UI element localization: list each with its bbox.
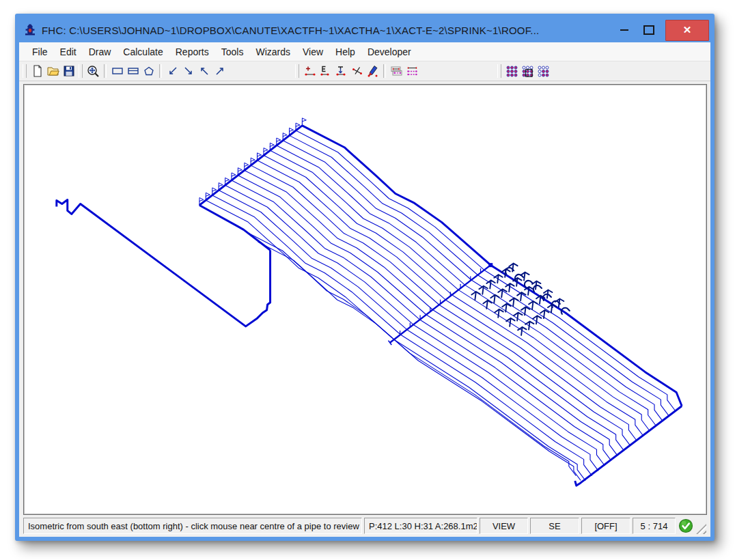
open-file-icon[interactable] (45, 64, 61, 79)
status-ratio: 5 : 714 (633, 518, 676, 534)
drop-node-icon[interactable] (333, 64, 349, 79)
menu-tools[interactable]: Tools (215, 44, 250, 60)
draw-polygon-icon[interactable] (141, 64, 156, 79)
close-button[interactable]: ✕ (665, 20, 709, 41)
toolbar-grip[interactable] (295, 64, 299, 78)
sprinkler-grid-all-icon[interactable] (504, 64, 520, 79)
break-pipe-icon[interactable] (349, 64, 365, 79)
resize-grip[interactable] (696, 524, 706, 534)
menu-bar: File Edit Draw Calculate Reports Tools W… (19, 42, 710, 61)
maximize-button[interactable] (637, 20, 661, 40)
copy-range-boxes-icon[interactable] (389, 64, 404, 79)
menu-file[interactable]: File (26, 44, 54, 60)
menu-developer[interactable]: Developer (361, 44, 417, 60)
status-bar: Isometric from south east (bottom right)… (19, 515, 710, 537)
new-document-icon[interactable] (29, 64, 45, 79)
toolbar-grip[interactable] (23, 64, 27, 78)
minimize-button[interactable] (612, 20, 637, 40)
arrow-south-west-icon[interactable] (165, 64, 180, 79)
status-message: Isometric from south east (bottom right)… (23, 518, 362, 534)
window-title: FHC: C:\USERS\JOHNAD~1\DROPBOX\CANUTE\XA… (42, 25, 612, 36)
menu-help[interactable]: Help (329, 44, 361, 60)
elevation-node-icon[interactable] (318, 64, 333, 79)
toolbar-separator (383, 64, 386, 78)
title-bar[interactable]: FHC: C:\USERS\JOHNAD~1\DROPBOX\CANUTE\XA… (19, 18, 710, 42)
copy-range-lines-icon[interactable] (404, 64, 420, 79)
draw-grid-rectangle-icon[interactable] (125, 64, 141, 79)
menu-reports[interactable]: Reports (169, 44, 215, 60)
draw-pipe-icon[interactable] (365, 64, 380, 79)
menu-wizards[interactable]: Wizards (249, 44, 296, 60)
toolbar-grip[interactable] (497, 64, 501, 78)
sprinkler-grid-select-icon[interactable] (520, 64, 536, 79)
status-stats: P:412 L:30 H:31 A:268.1m2 (364, 518, 477, 534)
toolbar (19, 61, 710, 81)
toolbar-separator (104, 64, 107, 78)
arrow-north-west-icon[interactable] (196, 64, 212, 79)
arrow-north-east-icon[interactable] (212, 64, 227, 79)
toolbar-separator (159, 64, 162, 78)
save-file-icon[interactable] (61, 64, 77, 79)
isometric-pipework-drawing[interactable] (25, 86, 707, 513)
drawing-canvas[interactable] (23, 84, 707, 515)
arrow-south-east-icon[interactable] (180, 64, 196, 79)
status-view-direction[interactable]: SE (530, 518, 579, 534)
status-toggle[interactable]: [OFF] (581, 518, 630, 534)
fire-hydrant-icon (23, 23, 37, 37)
draw-rectangle-icon[interactable] (109, 64, 125, 79)
menu-calculate[interactable]: Calculate (117, 44, 169, 60)
add-pipe-node-icon[interactable] (302, 64, 318, 79)
green-check-icon (678, 518, 694, 534)
status-mode[interactable]: VIEW (480, 518, 528, 534)
toolbar-grip[interactable] (79, 64, 83, 78)
menu-view[interactable]: View (296, 44, 329, 60)
menu-draw[interactable]: Draw (83, 44, 117, 60)
sprinkler-grid-partial-icon[interactable] (536, 64, 551, 79)
app-window: FHC: C:\USERS\JOHNAD~1\DROPBOX\CANUTE\XA… (15, 14, 715, 541)
menu-edit[interactable]: Edit (54, 44, 83, 60)
zoom-extents-icon[interactable] (85, 64, 101, 79)
